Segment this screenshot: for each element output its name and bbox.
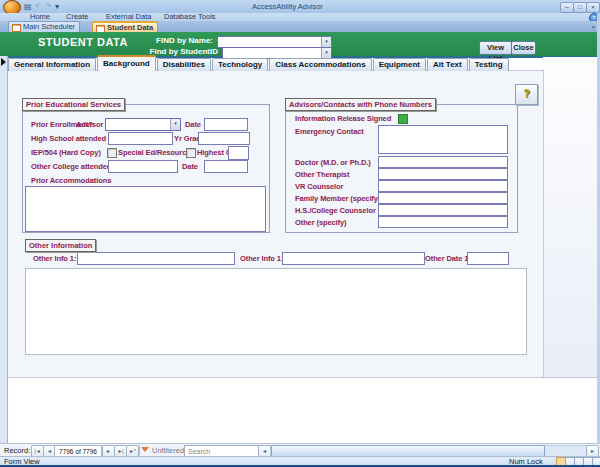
other-specify-field[interactable]: [378, 216, 508, 228]
form-tab-row: General Information Background Disabilit…: [8, 57, 510, 71]
information-release-checkbox[interactable]: [398, 114, 408, 124]
tab-testing[interactable]: Testing: [469, 58, 509, 71]
maximize-button[interactable]: □: [573, 2, 587, 13]
other-info-1-label: Other Info 1:: [33, 254, 76, 263]
other-info-2-field[interactable]: [282, 252, 425, 265]
advisor-label: Advisor: [76, 120, 103, 129]
yr-grad-label: Yr Grad: [174, 134, 201, 143]
undo-icon[interactable]: ↶: [35, 2, 42, 11]
object-tab-main-scheduler[interactable]: Main Scheduler: [8, 21, 80, 32]
close-window-button[interactable]: ×: [586, 2, 600, 13]
filter-status-label[interactable]: Unfiltered: [152, 446, 184, 455]
vr-counselor-field[interactable]: [378, 180, 508, 192]
doctor-field[interactable]: [378, 156, 508, 168]
yr-grad-field[interactable]: [198, 132, 250, 145]
tab-class-accommodations[interactable]: Class Accommodations: [269, 58, 371, 71]
ribbon-tab-external-data[interactable]: External Data: [106, 13, 151, 21]
form-footer-background: [8, 378, 600, 443]
prior-section-header: Prior Educational Services: [22, 98, 125, 111]
close-form-button[interactable]: Close: [511, 41, 536, 55]
other-specify-label: Other (specify): [295, 218, 346, 227]
tab-alt-text[interactable]: Alt Text: [427, 58, 468, 71]
other-section-header: Other Information: [25, 239, 96, 252]
doctor-label: Doctor (M.D. or Ph.D.): [295, 158, 371, 167]
family-member-label: Family Member (specify): [295, 194, 380, 203]
other-date-1-label: Other Date 1:: [425, 254, 471, 263]
prior-accommodations-textarea[interactable]: [25, 186, 266, 232]
advisor-combo[interactable]: ▾: [105, 118, 181, 131]
iep-504-checkbox[interactable]: [107, 148, 117, 158]
minimize-button[interactable]: ─: [560, 2, 574, 13]
prior-accommodations-label: Prior Accommodations: [31, 176, 111, 185]
ribbon-tab-home[interactable]: Home: [30, 13, 50, 21]
tab-disabilities[interactable]: Disabilities: [157, 58, 211, 71]
tab-technology[interactable]: Technology: [212, 58, 268, 71]
highest-gr-field[interactable]: [228, 146, 249, 160]
other-therapist-field[interactable]: [378, 168, 508, 180]
object-tab-label: Main Scheduler: [23, 22, 75, 31]
tab-equipment[interactable]: Equipment: [373, 58, 426, 71]
access-window: ▤ ↶ ↷ ▾ AccessAbility Advisor ─ □ × Home…: [0, 0, 600, 467]
other-notes-textarea[interactable]: [25, 268, 527, 355]
emergency-contact-textarea[interactable]: [378, 125, 508, 154]
other-college-field[interactable]: [108, 160, 178, 173]
iep-504-label: IEP/504 (Hard Copy): [31, 148, 101, 157]
hs-college-counselor-label: H.S./College Counselor: [295, 206, 376, 215]
high-school-field[interactable]: [108, 132, 173, 145]
ribbon-tab-database-tools[interactable]: Database Tools: [164, 13, 216, 21]
chevron-down-icon[interactable]: ▾: [170, 119, 180, 130]
form-header: STUDENT DATA FIND by Name: ▾ Find by Stu…: [0, 32, 600, 58]
enrollment-date-field[interactable]: [204, 118, 248, 131]
object-tab-label: Student Data: [107, 23, 153, 32]
object-tab-strip: [0, 21, 600, 32]
filter-icon[interactable]: [141, 447, 149, 452]
other-college-label: Other College attended: [31, 162, 111, 171]
qat-dropdown-icon[interactable]: ▾: [55, 2, 59, 11]
tab-general-information[interactable]: General Information: [8, 58, 96, 71]
emergency-contact-label: Emergency Contact: [295, 127, 364, 136]
information-release-label: Information Release Signed: [295, 114, 391, 123]
hs-college-counselor-field[interactable]: [378, 204, 508, 216]
chevron-down-icon[interactable]: ▾: [321, 37, 331, 47]
ribbon-tab-strip: [0, 13, 600, 21]
ribbon-tab-create[interactable]: Create: [66, 13, 89, 21]
other-info-1-field[interactable]: [77, 252, 235, 265]
other-info-2-label: Other Info 1:: [240, 254, 283, 263]
other-college-date-field[interactable]: [204, 160, 248, 173]
advisors-section-header: Advisors/Contacts with Phone Numbers: [285, 98, 436, 111]
page-title: STUDENT DATA: [38, 36, 128, 48]
family-member-field[interactable]: [378, 192, 508, 204]
special-ed-resource-checkbox[interactable]: [186, 148, 196, 158]
window-title: AccessAbility Advisor: [252, 2, 323, 11]
special-ed-resource-label: Special Ed/Resource: [118, 148, 190, 157]
high-school-label: High School attended: [31, 134, 106, 143]
other-date-1-field[interactable]: [467, 252, 509, 265]
tab-background[interactable]: Background: [97, 55, 156, 71]
help-button[interactable]: ?: [515, 84, 538, 105]
form-icon: [12, 24, 21, 32]
record-label: Record:: [4, 446, 30, 455]
view-list-button[interactable]: View List: [479, 41, 512, 55]
other-therapist-label: Other Therapist: [295, 170, 349, 179]
record-selector-bar[interactable]: [0, 56, 8, 443]
vr-counselor-label: VR Counselor: [295, 182, 343, 191]
redo-icon[interactable]: ↷: [45, 2, 52, 11]
form-background: [543, 57, 597, 377]
find-by-name-label: FIND by Name:: [120, 36, 213, 45]
enrollment-date-label: Date: [185, 120, 201, 129]
current-record-icon: [1, 58, 6, 66]
divider: [139, 445, 140, 456]
save-icon[interactable]: ▤: [24, 2, 32, 11]
other-college-date-label: Date: [182, 162, 198, 171]
